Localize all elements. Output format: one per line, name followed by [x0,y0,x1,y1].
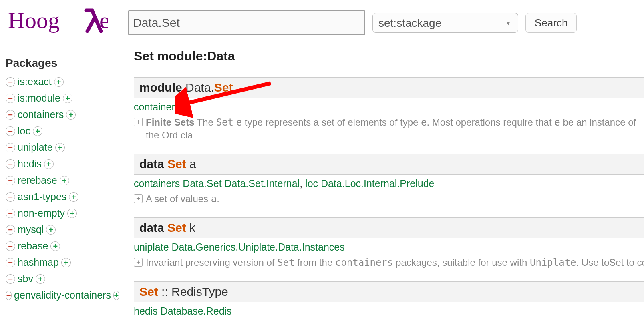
minus-icon[interactable]: − [6,110,15,120]
minus-icon[interactable]: − [6,143,15,152]
package-filter-row: −rerebase + [6,172,122,189]
result-heading[interactable]: Set :: RedisType [134,281,644,302]
package-link[interactable]: non-empty [18,207,65,219]
minus-icon[interactable]: − [6,291,12,300]
hoogle-logo[interactable]: Hoog e [8,5,112,37]
plus-icon[interactable]: + [55,143,65,152]
package-filter-row: −hedis + [6,156,122,172]
plus-icon[interactable]: + [61,258,71,267]
minus-icon[interactable]: − [6,209,15,218]
package-filter-row: −rebase + [6,238,122,254]
minus-icon[interactable]: − [6,94,15,103]
expand-icon[interactable]: + [134,258,143,267]
package-filter-row: −hashmap + [6,254,122,271]
plus-icon[interactable]: + [46,225,56,235]
package-filter-row: −containers + [6,106,122,123]
result-doc: +Finite Sets The Set e type represents a… [134,114,644,142]
plus-icon[interactable]: + [54,77,64,87]
minus-icon[interactable]: − [6,258,15,267]
plus-icon[interactable]: + [66,110,76,120]
result-heading[interactable]: data Set k [134,217,644,238]
minus-icon[interactable]: − [6,192,15,202]
plus-icon[interactable]: + [69,192,78,202]
svg-text:e: e [99,7,108,33]
plus-icon[interactable]: + [113,291,119,300]
minus-icon[interactable]: − [6,274,15,284]
minus-icon[interactable]: − [6,126,15,136]
package-filter-row: −mysql + [6,221,122,238]
package-filter-row: −loc + [6,123,122,139]
plus-icon[interactable]: + [33,126,42,136]
result-source-links[interactable]: containers [134,98,644,114]
package-link[interactable]: hashmap [18,257,59,268]
package-link[interactable]: rerebase [18,175,57,186]
plus-icon[interactable]: + [44,159,54,169]
search-input[interactable] [128,10,365,35]
search-result: data Set kuniplate Data.Generics.Uniplat… [134,217,644,269]
plus-icon[interactable]: + [63,94,72,103]
result-source-links[interactable]: hedis Database.Redis [134,302,644,319]
search-result: module Data.Setcontainers+Finite Sets Th… [134,77,644,142]
search-result: data Set acontainers Data.Set Data.Set.I… [134,154,644,205]
result-source-links[interactable]: containers Data.Set Data.Set.Internal, l… [134,175,644,191]
minus-icon[interactable]: − [6,176,15,185]
minus-icon[interactable]: − [6,241,15,251]
package-filter-row: −is:module + [6,90,122,106]
page-title: Set module:Data [134,49,644,64]
package-link[interactable]: rebase [18,240,48,252]
package-filter-row: −genvalidity-containers + [6,287,122,303]
package-filter-row: −sbv + [6,271,122,287]
minus-icon[interactable]: − [6,77,15,87]
package-link[interactable]: containers [18,109,64,120]
package-filter-row: −uniplate + [6,139,122,156]
package-link[interactable]: uniplate [18,142,53,153]
search-result: Set :: RedisTypehedis Database.Redis [134,281,644,319]
expand-icon[interactable]: + [134,118,143,126]
package-link[interactable]: is:module [18,92,60,104]
plus-icon[interactable]: + [50,241,60,251]
plus-icon[interactable]: + [67,209,77,218]
package-list: −is:exact +−is:module +−containers +−loc… [6,74,122,303]
result-heading[interactable]: data Set a [134,154,644,175]
minus-icon[interactable]: − [6,225,15,235]
svg-text:Hoog: Hoog [8,7,60,33]
result-doc: +A set of values a. [134,191,644,205]
search-button[interactable]: Search [525,13,577,33]
package-link[interactable]: asn1-types [18,191,66,203]
package-link[interactable]: genvalidity-containers [14,289,111,301]
package-link[interactable]: sbv [18,273,33,285]
package-link[interactable]: is:exact [18,76,52,88]
plus-icon[interactable]: + [36,274,45,284]
package-filter-row: −non-empty + [6,205,122,221]
sidebar-title: Packages [6,57,122,70]
expand-icon[interactable]: + [134,194,143,203]
package-filter-row: −asn1-types + [6,189,122,205]
package-link[interactable]: loc [18,125,30,137]
sidebar: Packages −is:exact +−is:module +−contain… [0,49,122,329]
result-doc: +Invariant preserving version of Set fro… [134,255,644,269]
package-filter-row: −is:exact + [6,74,122,90]
results-area: Set module:Data module Data.Setcontainer… [122,49,644,329]
plus-icon[interactable]: + [60,176,69,185]
result-heading[interactable]: module Data.Set [134,77,644,98]
minus-icon[interactable]: − [6,159,15,169]
package-link[interactable]: hedis [18,158,42,170]
result-source-links[interactable]: uniplate Data.Generics.Uniplate.Data.Ins… [134,238,644,255]
scope-select[interactable]: set:stackage [372,13,518,33]
package-link[interactable]: mysql [18,224,44,235]
